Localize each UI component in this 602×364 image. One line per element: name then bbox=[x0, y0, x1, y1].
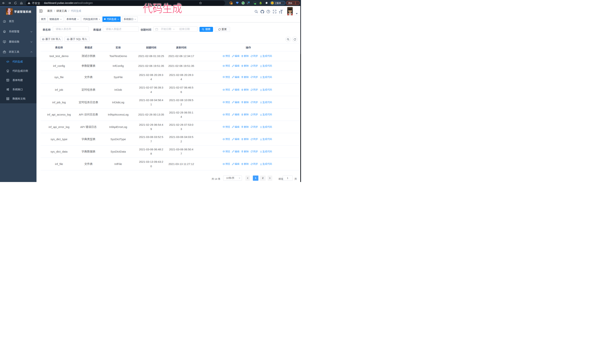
svg-text:on: on bbox=[255, 3, 256, 4]
svg-text:1: 1 bbox=[231, 3, 232, 4]
